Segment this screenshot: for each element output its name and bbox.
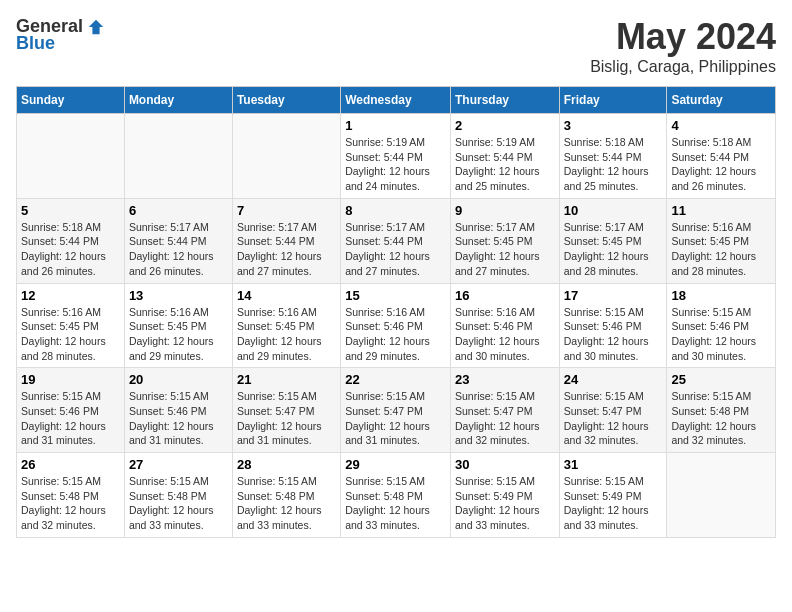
table-row: 27Sunrise: 5:15 AMSunset: 5:48 PMDayligh… [124,453,232,538]
day-number: 1 [345,118,446,133]
col-wednesday: Wednesday [341,87,451,114]
day-number: 6 [129,203,228,218]
day-detail: Sunrise: 5:17 AMSunset: 5:44 PMDaylight:… [345,220,446,279]
page-title: May 2024 [590,16,776,58]
day-detail: Sunrise: 5:16 AMSunset: 5:45 PMDaylight:… [21,305,120,364]
day-number: 11 [671,203,771,218]
day-detail: Sunrise: 5:18 AMSunset: 5:44 PMDaylight:… [21,220,120,279]
day-detail: Sunrise: 5:15 AMSunset: 5:47 PMDaylight:… [564,389,663,448]
col-thursday: Thursday [450,87,559,114]
logo-blue-text: Blue [16,33,55,54]
day-detail: Sunrise: 5:15 AMSunset: 5:48 PMDaylight:… [671,389,771,448]
day-detail: Sunrise: 5:15 AMSunset: 5:47 PMDaylight:… [237,389,336,448]
table-row: 14Sunrise: 5:16 AMSunset: 5:45 PMDayligh… [232,283,340,368]
day-number: 3 [564,118,663,133]
day-detail: Sunrise: 5:15 AMSunset: 5:48 PMDaylight:… [345,474,446,533]
page-header: General Blue May 2024 Bislig, Caraga, Ph… [16,16,776,76]
table-row: 17Sunrise: 5:15 AMSunset: 5:46 PMDayligh… [559,283,667,368]
table-row [17,114,125,199]
day-detail: Sunrise: 5:15 AMSunset: 5:47 PMDaylight:… [345,389,446,448]
day-detail: Sunrise: 5:18 AMSunset: 5:44 PMDaylight:… [671,135,771,194]
calendar-week-row: 5Sunrise: 5:18 AMSunset: 5:44 PMDaylight… [17,198,776,283]
table-row: 11Sunrise: 5:16 AMSunset: 5:45 PMDayligh… [667,198,776,283]
day-number: 22 [345,372,446,387]
title-block: May 2024 Bislig, Caraga, Philippines [590,16,776,76]
table-row: 7Sunrise: 5:17 AMSunset: 5:44 PMDaylight… [232,198,340,283]
day-detail: Sunrise: 5:17 AMSunset: 5:44 PMDaylight:… [129,220,228,279]
calendar-header-row: Sunday Monday Tuesday Wednesday Thursday… [17,87,776,114]
table-row: 5Sunrise: 5:18 AMSunset: 5:44 PMDaylight… [17,198,125,283]
col-friday: Friday [559,87,667,114]
day-detail: Sunrise: 5:16 AMSunset: 5:45 PMDaylight:… [129,305,228,364]
day-number: 27 [129,457,228,472]
day-detail: Sunrise: 5:19 AMSunset: 5:44 PMDaylight:… [455,135,555,194]
day-number: 25 [671,372,771,387]
day-number: 4 [671,118,771,133]
table-row [232,114,340,199]
table-row: 23Sunrise: 5:15 AMSunset: 5:47 PMDayligh… [450,368,559,453]
day-number: 17 [564,288,663,303]
day-number: 8 [345,203,446,218]
calendar-week-row: 12Sunrise: 5:16 AMSunset: 5:45 PMDayligh… [17,283,776,368]
day-detail: Sunrise: 5:16 AMSunset: 5:45 PMDaylight:… [671,220,771,279]
day-number: 13 [129,288,228,303]
logo-icon [87,18,105,36]
day-number: 15 [345,288,446,303]
table-row: 13Sunrise: 5:16 AMSunset: 5:45 PMDayligh… [124,283,232,368]
day-detail: Sunrise: 5:15 AMSunset: 5:46 PMDaylight:… [129,389,228,448]
table-row: 21Sunrise: 5:15 AMSunset: 5:47 PMDayligh… [232,368,340,453]
day-number: 19 [21,372,120,387]
table-row: 26Sunrise: 5:15 AMSunset: 5:48 PMDayligh… [17,453,125,538]
day-number: 31 [564,457,663,472]
logo: General Blue [16,16,105,54]
col-tuesday: Tuesday [232,87,340,114]
day-number: 28 [237,457,336,472]
day-detail: Sunrise: 5:15 AMSunset: 5:48 PMDaylight:… [129,474,228,533]
table-row: 25Sunrise: 5:15 AMSunset: 5:48 PMDayligh… [667,368,776,453]
table-row: 3Sunrise: 5:18 AMSunset: 5:44 PMDaylight… [559,114,667,199]
col-sunday: Sunday [17,87,125,114]
calendar-table: Sunday Monday Tuesday Wednesday Thursday… [16,86,776,538]
day-detail: Sunrise: 5:17 AMSunset: 5:45 PMDaylight:… [455,220,555,279]
day-detail: Sunrise: 5:16 AMSunset: 5:46 PMDaylight:… [345,305,446,364]
col-monday: Monday [124,87,232,114]
table-row: 8Sunrise: 5:17 AMSunset: 5:44 PMDaylight… [341,198,451,283]
day-detail: Sunrise: 5:15 AMSunset: 5:49 PMDaylight:… [564,474,663,533]
day-number: 10 [564,203,663,218]
day-number: 9 [455,203,555,218]
day-number: 14 [237,288,336,303]
day-detail: Sunrise: 5:17 AMSunset: 5:45 PMDaylight:… [564,220,663,279]
table-row: 1Sunrise: 5:19 AMSunset: 5:44 PMDaylight… [341,114,451,199]
calendar-week-row: 1Sunrise: 5:19 AMSunset: 5:44 PMDaylight… [17,114,776,199]
day-detail: Sunrise: 5:15 AMSunset: 5:46 PMDaylight:… [21,389,120,448]
day-detail: Sunrise: 5:15 AMSunset: 5:46 PMDaylight:… [671,305,771,364]
page-subtitle: Bislig, Caraga, Philippines [590,58,776,76]
day-detail: Sunrise: 5:19 AMSunset: 5:44 PMDaylight:… [345,135,446,194]
day-detail: Sunrise: 5:16 AMSunset: 5:46 PMDaylight:… [455,305,555,364]
svg-marker-0 [89,19,103,33]
table-row: 6Sunrise: 5:17 AMSunset: 5:44 PMDaylight… [124,198,232,283]
day-number: 21 [237,372,336,387]
table-row: 15Sunrise: 5:16 AMSunset: 5:46 PMDayligh… [341,283,451,368]
day-detail: Sunrise: 5:17 AMSunset: 5:44 PMDaylight:… [237,220,336,279]
day-number: 12 [21,288,120,303]
day-detail: Sunrise: 5:15 AMSunset: 5:48 PMDaylight:… [21,474,120,533]
table-row: 24Sunrise: 5:15 AMSunset: 5:47 PMDayligh… [559,368,667,453]
table-row: 2Sunrise: 5:19 AMSunset: 5:44 PMDaylight… [450,114,559,199]
day-number: 29 [345,457,446,472]
day-number: 18 [671,288,771,303]
day-number: 7 [237,203,336,218]
day-number: 24 [564,372,663,387]
table-row: 16Sunrise: 5:16 AMSunset: 5:46 PMDayligh… [450,283,559,368]
day-detail: Sunrise: 5:15 AMSunset: 5:48 PMDaylight:… [237,474,336,533]
day-number: 23 [455,372,555,387]
table-row: 4Sunrise: 5:18 AMSunset: 5:44 PMDaylight… [667,114,776,199]
day-number: 20 [129,372,228,387]
table-row: 31Sunrise: 5:15 AMSunset: 5:49 PMDayligh… [559,453,667,538]
day-number: 30 [455,457,555,472]
col-saturday: Saturday [667,87,776,114]
day-number: 5 [21,203,120,218]
table-row: 28Sunrise: 5:15 AMSunset: 5:48 PMDayligh… [232,453,340,538]
day-number: 16 [455,288,555,303]
table-row: 12Sunrise: 5:16 AMSunset: 5:45 PMDayligh… [17,283,125,368]
